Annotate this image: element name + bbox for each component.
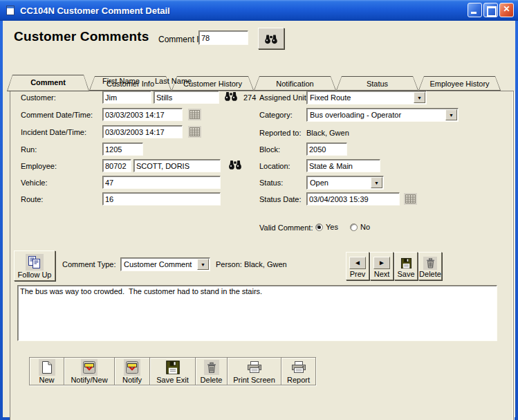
customer-label: Customer: bbox=[21, 93, 56, 102]
report-button[interactable]: Report bbox=[281, 358, 315, 385]
route-input[interactable] bbox=[102, 192, 221, 206]
incident-date-picker-button[interactable] bbox=[188, 126, 201, 138]
titlebar[interactable]: CC104N Customer Comment Detail ✕ bbox=[0, 0, 518, 21]
radio-no[interactable]: No bbox=[350, 223, 370, 231]
trash-icon bbox=[204, 360, 219, 375]
tab-comment[interactable]: Comment bbox=[7, 75, 89, 91]
close-button[interactable]: ✕ bbox=[499, 3, 514, 17]
comment-date-picker-button[interactable] bbox=[188, 109, 201, 120]
tab-employee-history[interactable]: Employee History bbox=[418, 76, 501, 91]
vehicle-input[interactable] bbox=[102, 176, 221, 189]
valid-comment-radiogroup: Yes No bbox=[315, 223, 370, 231]
chevron-down-icon[interactable]: ▼ bbox=[445, 109, 457, 120]
status-date-picker-button[interactable] bbox=[404, 193, 417, 205]
binoculars-icon bbox=[224, 90, 238, 102]
app-window: CC104N Customer Comment Detail ✕ Custome… bbox=[0, 0, 518, 420]
find-employee-button[interactable] bbox=[228, 158, 242, 171]
tab-status[interactable]: Status bbox=[336, 76, 418, 91]
radio-icon bbox=[350, 223, 358, 231]
prev-button[interactable]: ◄ Prev bbox=[346, 252, 369, 280]
comment-type-label: Comment Type: bbox=[62, 260, 115, 268]
vehicle-label: Vehicle: bbox=[21, 179, 48, 187]
status-date-input[interactable] bbox=[306, 192, 400, 206]
find-comment-button[interactable] bbox=[258, 28, 284, 49]
customer-last-name-input[interactable] bbox=[154, 91, 219, 104]
comment-text-area[interactable]: The bus was way too crowded. The custome… bbox=[17, 285, 497, 341]
notify-icon bbox=[81, 359, 98, 376]
page-title: Customer Comments bbox=[14, 29, 149, 44]
run-label: Run: bbox=[21, 145, 37, 154]
prev-arrow-icon: ◄ bbox=[349, 257, 366, 269]
reported-to-label: Reported to: bbox=[259, 129, 302, 137]
chevron-down-icon[interactable]: ▼ bbox=[197, 259, 209, 270]
category-select[interactable]: Bus overloading - Operator ▼ bbox=[306, 108, 459, 122]
delete-toolbar-button[interactable]: Delete bbox=[196, 358, 228, 385]
notify-icon bbox=[124, 359, 140, 376]
printer-icon bbox=[246, 359, 263, 376]
comment-datetime-input[interactable] bbox=[102, 108, 183, 121]
route-label: Route: bbox=[21, 195, 43, 203]
follow-up-label: Follow Up bbox=[18, 271, 52, 279]
binoculars-icon bbox=[264, 33, 278, 44]
new-page-icon bbox=[39, 359, 55, 376]
location-label: Location: bbox=[259, 162, 290, 170]
save-exit-button[interactable]: Save Exit bbox=[150, 358, 196, 385]
location-input[interactable] bbox=[306, 159, 380, 172]
next-arrow-icon: ► bbox=[373, 257, 390, 269]
close-icon: ✕ bbox=[500, 4, 513, 14]
delete-button[interactable]: Delete bbox=[418, 252, 442, 280]
bottom-toolbar: New Notify/New bbox=[29, 357, 316, 385]
record-nav-group: ◄ Prev ► Next Save bbox=[346, 252, 442, 280]
last-name-header: Last Name bbox=[155, 77, 192, 85]
follow-up-pages-icon bbox=[26, 254, 44, 271]
printer-icon bbox=[290, 359, 307, 376]
tab-notification[interactable]: Notification bbox=[254, 76, 336, 91]
category-label: Category: bbox=[259, 111, 293, 119]
window-title: CC104N Customer Comment Detail bbox=[20, 6, 170, 16]
run-input[interactable] bbox=[102, 143, 143, 156]
incident-datetime-input[interactable] bbox=[102, 125, 183, 138]
employee-label: Employee: bbox=[21, 162, 57, 170]
first-name-header: First Name bbox=[102, 77, 140, 85]
comment-id-input[interactable] bbox=[198, 30, 248, 45]
status-label: Status: bbox=[259, 179, 283, 187]
binoculars-icon bbox=[228, 158, 242, 170]
employee-id-input[interactable] bbox=[102, 159, 131, 172]
form-client-area: Customer Comments Comment Id: Comment Cu… bbox=[3, 21, 515, 417]
calendar-grid-icon bbox=[189, 110, 200, 119]
floppy-icon bbox=[165, 359, 181, 376]
block-input[interactable] bbox=[306, 143, 347, 156]
minimize-button[interactable] bbox=[468, 3, 482, 17]
radio-yes[interactable]: Yes bbox=[315, 223, 340, 231]
calendar-grid-icon bbox=[189, 127, 200, 136]
floppy-icon bbox=[395, 256, 417, 270]
window-icon bbox=[5, 5, 16, 16]
find-customer-button[interactable] bbox=[224, 90, 238, 102]
valid-comment-label: Valid Comment: bbox=[259, 223, 313, 232]
comment-type-select[interactable]: Customer Comment ▼ bbox=[120, 257, 210, 271]
customer-id-value: 274 bbox=[243, 93, 256, 102]
employee-name-input[interactable] bbox=[133, 159, 221, 172]
next-button[interactable]: ► Next bbox=[370, 252, 394, 280]
notify-new-button[interactable]: Notify/New bbox=[64, 358, 115, 385]
radio-icon bbox=[315, 223, 323, 231]
person-text: Person: Black, Gwen bbox=[216, 260, 287, 268]
chevron-down-icon[interactable]: ▼ bbox=[414, 92, 425, 103]
reported-to-value: Black, Gwen bbox=[306, 129, 349, 137]
chevron-down-icon[interactable]: ▼ bbox=[371, 177, 382, 188]
status-select[interactable]: Open ▼ bbox=[306, 176, 384, 190]
block-label: Block: bbox=[259, 145, 280, 154]
assigned-unit-select[interactable]: Fixed Route ▼ bbox=[306, 91, 427, 104]
save-button[interactable]: Save bbox=[394, 252, 418, 280]
follow-up-button[interactable]: Follow Up bbox=[14, 250, 55, 281]
status-date-label: Status Date: bbox=[259, 195, 302, 203]
calendar-grid-icon bbox=[405, 194, 416, 203]
assigned-unit-label: Assigned Unit: bbox=[259, 93, 308, 102]
customer-first-name-input[interactable] bbox=[102, 91, 151, 104]
comment-datetime-label: Comment Date/Time: bbox=[21, 111, 93, 119]
print-screen-button[interactable]: Print Screen bbox=[228, 358, 281, 385]
notify-button[interactable]: Notify bbox=[115, 358, 150, 385]
new-button[interactable]: New bbox=[30, 358, 64, 385]
incident-datetime-label: Incident Date/Time: bbox=[21, 128, 86, 136]
maximize-button[interactable] bbox=[483, 3, 498, 17]
